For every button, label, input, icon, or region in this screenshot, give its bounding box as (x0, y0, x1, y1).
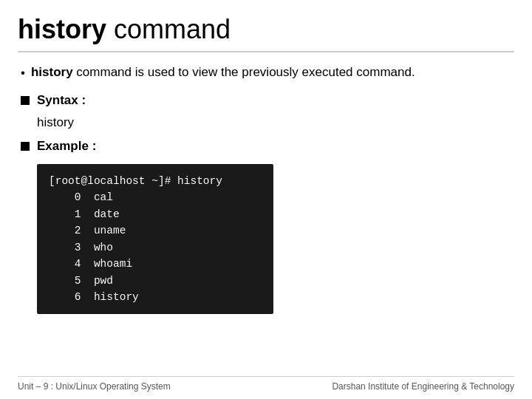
terminal-text: [root@localhost ~]# history 0 cal 1 date… (49, 173, 262, 306)
example-section-item: Example : (21, 139, 514, 154)
title-section: history command (18, 13, 514, 52)
description-text: history command is used to view the prev… (31, 63, 415, 82)
terminal-block: [root@localhost ~]# history 0 cal 1 date… (37, 164, 273, 315)
syntax-bullet-square (21, 96, 30, 105)
footer: Unit – 9 : Unix/Linux Operating System D… (18, 376, 514, 392)
page-container: history command • history command is use… (0, 0, 532, 399)
content-section: • history command is used to view the pr… (18, 63, 514, 376)
footer-unit: Unit – 9 : Unix/Linux Operating System (18, 381, 171, 392)
syntax-label: Syntax : (37, 93, 86, 108)
footer-institute: Darshan Institute of Engineering & Techn… (332, 381, 514, 392)
title-regular: command (106, 14, 231, 44)
syntax-code: history (37, 115, 514, 130)
description-bullet: • history command is used to view the pr… (21, 63, 514, 83)
example-label: Example : (37, 139, 96, 154)
syntax-section-item: Syntax : (21, 93, 514, 108)
example-bullet-square (21, 142, 30, 151)
page-title: history command (18, 13, 514, 45)
history-term: history (31, 65, 73, 79)
title-bold: history (18, 14, 106, 44)
bullet-dot: • (21, 64, 25, 83)
